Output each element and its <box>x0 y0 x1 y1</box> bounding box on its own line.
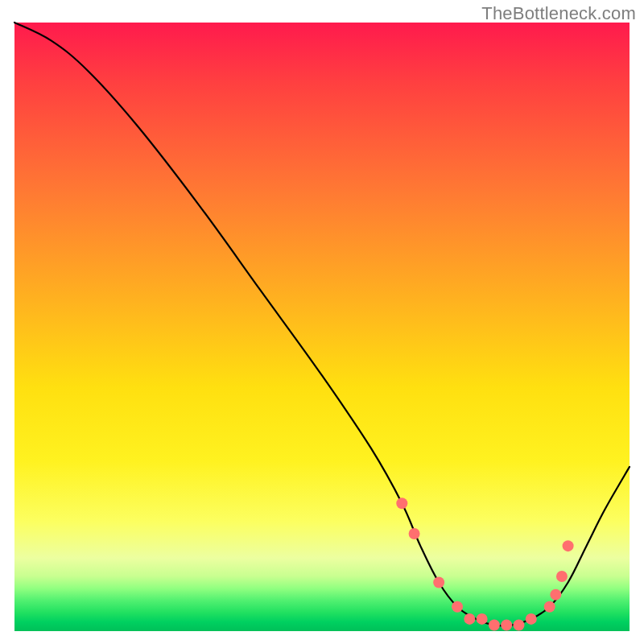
curve-marker <box>513 619 524 630</box>
curve-marker <box>556 571 568 582</box>
curve-marker <box>409 528 420 539</box>
curve-marker <box>544 601 555 613</box>
watermark-text: TheBottleneck.com <box>481 3 636 24</box>
curve-marker <box>433 577 444 588</box>
curve-marker <box>452 601 463 613</box>
plot-area <box>14 23 630 631</box>
chart-svg <box>14 23 630 631</box>
curve-marker <box>396 497 407 509</box>
curve-marker <box>563 540 574 551</box>
bottleneck-curve <box>14 23 630 625</box>
marker-group <box>396 497 573 630</box>
curve-marker <box>526 613 537 625</box>
curve-marker <box>501 619 512 630</box>
chart-canvas: TheBottleneck.com <box>0 0 644 644</box>
curve-marker <box>464 613 475 625</box>
curve-marker <box>550 589 561 601</box>
curve-marker <box>477 613 488 625</box>
curve-marker <box>489 619 500 630</box>
